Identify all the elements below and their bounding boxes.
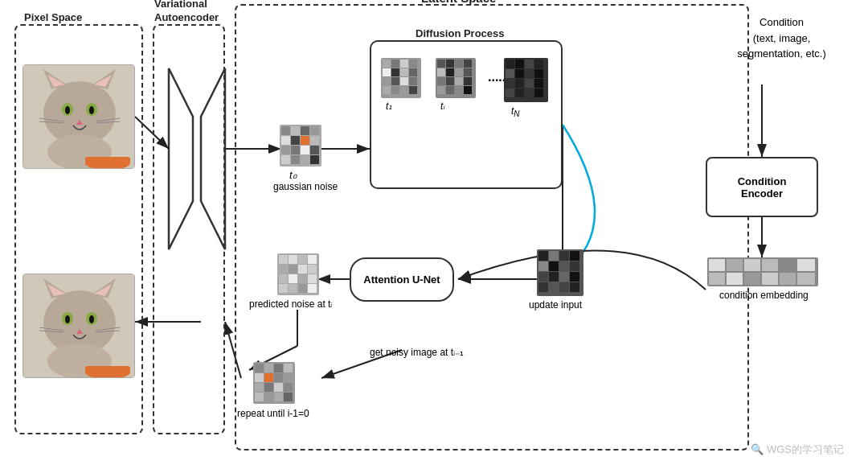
tN-tile — [504, 58, 548, 102]
svg-rect-129 — [549, 261, 559, 271]
svg-rect-92 — [455, 60, 463, 68]
svg-rect-62 — [301, 136, 309, 145]
svg-rect-119 — [506, 88, 514, 97]
update-input-tile — [537, 249, 583, 296]
svg-rect-102 — [437, 86, 445, 94]
svg-rect-70 — [301, 155, 309, 164]
svg-rect-146 — [289, 265, 297, 274]
t1-tile — [381, 58, 421, 98]
svg-rect-151 — [298, 274, 307, 283]
svg-rect-74 — [391, 60, 399, 68]
svg-rect-158 — [255, 364, 264, 372]
gaussian-noise-label: gaussian noise — [273, 181, 338, 194]
update-input-label: update input — [529, 299, 582, 311]
svg-rect-112 — [515, 69, 524, 78]
svg-rect-90 — [437, 60, 445, 68]
svg-rect-95 — [446, 68, 454, 76]
svg-rect-61 — [291, 136, 300, 145]
svg-rect-147 — [298, 265, 307, 274]
svg-rect-163 — [264, 373, 273, 382]
svg-rect-160 — [274, 364, 283, 372]
svg-rect-134 — [559, 272, 569, 282]
svg-rect-180 — [797, 259, 815, 271]
svg-rect-117 — [525, 79, 534, 88]
svg-rect-101 — [464, 77, 472, 85]
svg-rect-118 — [534, 79, 543, 88]
svg-rect-87 — [400, 86, 408, 94]
svg-rect-166 — [255, 383, 264, 392]
svg-rect-137 — [549, 282, 559, 292]
svg-rect-56 — [281, 126, 290, 135]
svg-rect-162 — [255, 373, 264, 382]
watermark: 🔍 WGS的学习笔记 — [751, 442, 844, 457]
svg-rect-155 — [298, 284, 307, 293]
svg-rect-76 — [409, 60, 417, 68]
svg-rect-178 — [762, 259, 778, 271]
svg-rect-121 — [525, 88, 534, 97]
svg-rect-120 — [515, 88, 524, 97]
vae-label1: Variational — [154, 0, 207, 10]
svg-rect-170 — [255, 393, 264, 401]
attention-unet-label: Attention U-Net — [363, 274, 440, 286]
svg-rect-145 — [279, 265, 288, 274]
svg-rect-175 — [709, 259, 725, 271]
svg-rect-54 — [85, 366, 130, 372]
svg-rect-88 — [409, 86, 417, 94]
svg-rect-165 — [284, 373, 293, 382]
svg-rect-132 — [538, 272, 548, 282]
svg-rect-78 — [391, 68, 399, 76]
svg-rect-63 — [310, 136, 319, 145]
get-noisy-image-label: get noisy image at tᵢ₋₁ — [370, 346, 464, 360]
svg-rect-111 — [506, 69, 514, 78]
attention-unet-box: Attention U-Net — [350, 257, 454, 302]
svg-rect-143 — [298, 255, 307, 264]
repeat-until-tile — [253, 362, 295, 404]
predicted-noise-label: predicted noise at tᵢ — [249, 298, 332, 311]
svg-rect-131 — [570, 261, 579, 271]
svg-rect-81 — [383, 77, 391, 85]
svg-rect-138 — [559, 282, 569, 292]
svg-rect-115 — [506, 79, 514, 88]
svg-rect-58 — [301, 126, 309, 135]
svg-rect-114 — [534, 69, 543, 78]
svg-rect-184 — [762, 273, 778, 285]
svg-rect-75 — [400, 60, 408, 68]
svg-rect-98 — [437, 77, 445, 85]
svg-rect-142 — [289, 255, 297, 264]
svg-rect-73 — [383, 60, 391, 68]
svg-rect-96 — [455, 68, 463, 76]
svg-rect-169 — [284, 383, 293, 392]
svg-rect-59 — [310, 126, 319, 135]
svg-rect-100 — [455, 77, 463, 85]
condition-embedding-grid — [707, 257, 818, 289]
svg-rect-80 — [409, 68, 417, 76]
svg-rect-185 — [780, 273, 796, 285]
vae-label2: Autoencoder — [154, 11, 219, 23]
svg-rect-133 — [549, 272, 559, 282]
ti-label: tᵢ — [440, 101, 444, 112]
svg-point-46 — [89, 315, 94, 323]
repeat-until-label: repeat until i-1=0 — [237, 408, 309, 419]
svg-rect-108 — [515, 60, 524, 68]
svg-rect-167 — [264, 383, 273, 392]
svg-point-45 — [65, 315, 70, 323]
svg-rect-128 — [538, 261, 548, 271]
tN-label: tN — [511, 105, 520, 118]
svg-rect-104 — [455, 86, 463, 94]
svg-rect-153 — [279, 284, 288, 293]
svg-rect-122 — [534, 88, 543, 97]
svg-rect-130 — [559, 261, 569, 271]
svg-rect-154 — [289, 284, 297, 293]
svg-rect-110 — [534, 60, 543, 68]
svg-rect-164 — [274, 373, 283, 382]
svg-rect-91 — [446, 60, 454, 68]
svg-rect-183 — [744, 273, 760, 285]
svg-rect-152 — [308, 274, 317, 283]
t1-label: t₁ — [386, 101, 392, 112]
svg-rect-107 — [506, 60, 514, 68]
svg-rect-60 — [281, 136, 290, 145]
svg-rect-77 — [383, 68, 391, 76]
predicted-noise-tile — [277, 253, 319, 295]
svg-rect-172 — [274, 393, 283, 401]
svg-rect-126 — [559, 251, 569, 261]
